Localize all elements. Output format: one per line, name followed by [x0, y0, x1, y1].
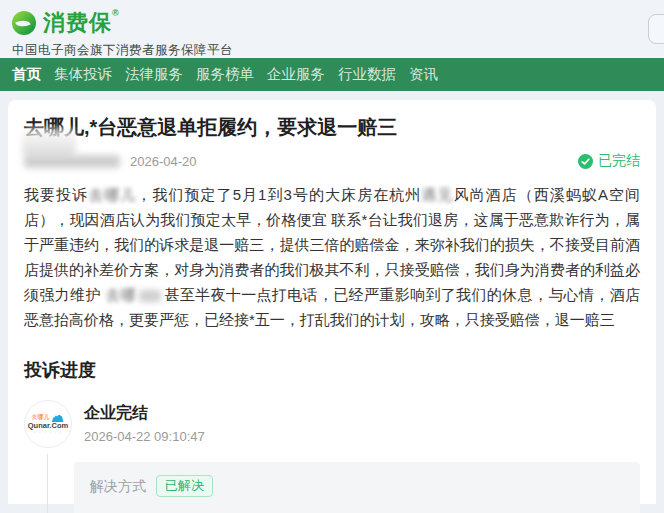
complaint-title: 去哪儿,*台恶意退单拒履约，要求退一赔三 [24, 114, 640, 140]
field-method: 解决方式 已解决 [90, 475, 624, 497]
entry-timestamp: 2026-04-22 09:10:47 [84, 429, 205, 444]
status-badge: 已完结 [578, 152, 640, 170]
timeline-entry: 去哪儿 Qunar.Com · · · · · · 企业完结 2026-04-2… [24, 400, 640, 448]
progress-timeline: 去哪儿 Qunar.Com · · · · · · 企业完结 2026-04-2… [24, 400, 640, 513]
nav-item-industry-data[interactable]: 行业数据 [338, 65, 396, 84]
complaint-body: 我要投诉去哪儿，我们预定了5月1到3号的大床房在杭州遇见风尚酒店（西溪蚂蚁A空间… [24, 182, 640, 332]
site-tagline: 中国电子商会旗下消费者服务保障平台 [12, 42, 652, 59]
resolved-badge: 已解决 [156, 475, 213, 497]
complaint-date: 2026-04-20 [130, 154, 197, 169]
site-header: 消费保® 中国电子商会旗下消费者服务保障平台 [0, 0, 664, 58]
nav-item-enterprise-services[interactable]: 企业服务 [267, 65, 325, 84]
complaint-meta: 2026-04-20 已完结 [24, 152, 640, 170]
brand-leaf-icon [12, 11, 36, 35]
completed-check-icon [578, 154, 593, 169]
nav-item-legal-services[interactable]: 法律服务 [125, 65, 183, 84]
brand-name: 消费保 [43, 10, 112, 35]
field-method-label: 解决方式 [90, 475, 156, 497]
entry-actor: 企业完结 [84, 403, 205, 424]
search-box-partial[interactable] [648, 14, 664, 44]
main-nav: 首页 集体投诉 法律服务 服务榜单 企业服务 行业数据 资讯 [0, 58, 664, 91]
progress-section-title: 投诉进度 [24, 358, 640, 382]
nav-item-home[interactable]: 首页 [12, 65, 41, 84]
nav-item-service-rankings[interactable]: 服务榜单 [196, 65, 254, 84]
complaint-title-text: ,*台恶意退单拒履约，要求退一赔三 [84, 116, 397, 138]
logo[interactable]: 消费保® [12, 8, 652, 38]
complaint-card: 去哪儿,*台恶意退单拒履约，要求退一赔三 2026-04-20 已完结 我要投诉… [8, 100, 656, 504]
registered-trademark: ® [112, 8, 120, 18]
resolution-detail-box: 解决方式 已解决 解决方案 退款 处理结果 经核实，消费者反馈商家无法安排，诉求… [74, 462, 640, 513]
status-label: 已完结 [598, 152, 640, 170]
nav-item-news[interactable]: 资讯 [409, 65, 438, 84]
censored-brand-name: 去哪儿 [24, 114, 84, 140]
censored-username [24, 155, 120, 168]
nav-item-group-complaints[interactable]: 集体投诉 [54, 65, 112, 84]
avatar-caption: · · · · · · [34, 430, 62, 435]
qunar-company-avatar: 去哪儿 Qunar.Com · · · · · · [24, 400, 72, 448]
